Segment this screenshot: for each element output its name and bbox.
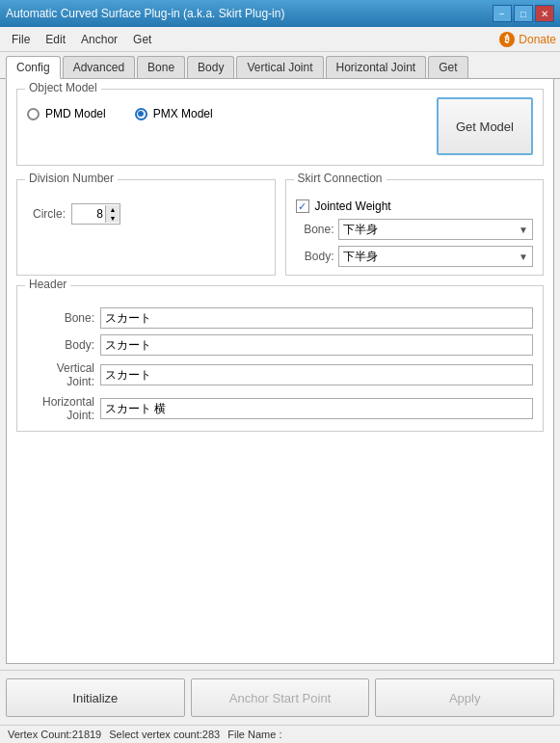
circle-spin-buttons: ▲ ▼ bbox=[105, 205, 120, 223]
tab-vertical-joint[interactable]: Vertical Joint bbox=[236, 56, 323, 78]
header-section-label: Header bbox=[25, 278, 70, 291]
circle-spin-down[interactable]: ▼ bbox=[106, 214, 120, 223]
skirt-connection-label: Skirt Connection bbox=[294, 172, 387, 185]
pmx-model-radio[interactable]: PMX Model bbox=[135, 107, 213, 120]
circle-input-wrapper[interactable]: ▲ ▼ bbox=[71, 203, 120, 225]
jointed-weight-label: Jointed Weight bbox=[315, 199, 391, 213]
header-section: Header Bone: Body: VerticalJoint: Horizo… bbox=[16, 285, 544, 432]
bone-label: Bone: bbox=[296, 223, 334, 236]
initialize-button[interactable]: Initialize bbox=[6, 678, 185, 717]
menu-edit[interactable]: Edit bbox=[38, 31, 73, 48]
donate-label: Donate bbox=[519, 33, 556, 46]
division-number-label: Division Number bbox=[25, 172, 118, 185]
tab-content-config: Object Model PMD Model PMX Model Get Mod… bbox=[6, 79, 554, 664]
body-dropdown-arrow: ▼ bbox=[519, 252, 528, 262]
circle-label: Circle: bbox=[27, 207, 66, 221]
menu-file[interactable]: File bbox=[4, 31, 38, 48]
header-body-input[interactable] bbox=[100, 334, 533, 356]
get-model-button[interactable]: Get Model bbox=[437, 97, 533, 155]
tab-get[interactable]: Get bbox=[428, 56, 467, 78]
content-area: Object Model PMD Model PMX Model Get Mod… bbox=[0, 79, 560, 670]
vertex-count: Vertex Count:21819 bbox=[8, 729, 101, 740]
division-number-section: Division Number Circle: ▲ ▼ bbox=[16, 179, 276, 276]
body-value: 下半身 bbox=[343, 249, 378, 265]
two-col-section: Division Number Circle: ▲ ▼ bbox=[16, 179, 544, 276]
app-window: Automatic Curved Surface Plug-in (a.k.a.… bbox=[0, 0, 560, 743]
bone-dropdown-row: Bone: 下半身 ▼ bbox=[296, 219, 534, 240]
skirt-connection-section: Skirt Connection Jointed Weight Bone: 下半… bbox=[285, 179, 545, 276]
title-bar-buttons: − □ ✕ bbox=[493, 5, 554, 22]
header-vertical-joint-input[interactable] bbox=[100, 364, 533, 385]
header-horizontal-joint-row: HorizontalJoint: bbox=[27, 395, 533, 423]
circle-input[interactable] bbox=[72, 207, 105, 221]
header-vertical-joint-label: VerticalJoint: bbox=[27, 361, 94, 389]
title-text: Automatic Curved Surface Plug-in (a.k.a.… bbox=[6, 7, 284, 20]
circle-spin-up[interactable]: ▲ bbox=[106, 205, 120, 214]
tab-config[interactable]: Config bbox=[6, 56, 61, 79]
apply-button[interactable]: Apply bbox=[375, 678, 554, 717]
tab-horizontal-joint[interactable]: Horizontal Joint bbox=[326, 56, 427, 78]
tab-bone[interactable]: Bone bbox=[137, 56, 185, 78]
bottom-buttons: Initialize Anchor Start Point Apply bbox=[0, 670, 560, 725]
maximize-button[interactable]: □ bbox=[514, 5, 533, 22]
donate-button[interactable]: ₿ Donate bbox=[499, 32, 556, 47]
donate-icon: ₿ bbox=[499, 32, 515, 47]
title-bar: Automatic Curved Surface Plug-in (a.k.a.… bbox=[0, 0, 560, 27]
tab-bar: Config Advanced Bone Body Vertical Joint… bbox=[0, 52, 560, 79]
body-label: Body: bbox=[296, 250, 334, 263]
body-dropdown-row: Body: 下半身 ▼ bbox=[296, 246, 534, 267]
bone-dropdown[interactable]: 下半身 ▼ bbox=[338, 219, 534, 240]
header-body-row: Body: bbox=[27, 334, 533, 356]
pmx-label: PMX Model bbox=[153, 107, 213, 120]
object-model-section: Object Model PMD Model PMX Model Get Mod… bbox=[16, 89, 544, 166]
header-body-label: Body: bbox=[27, 338, 94, 352]
status-bar: Vertex Count:21819 Select vertex count:2… bbox=[0, 725, 560, 743]
header-bone-row: Bone: bbox=[27, 307, 533, 329]
select-count: Select vertex count:283 bbox=[109, 729, 220, 740]
object-model-label: Object Model bbox=[25, 81, 101, 94]
header-bone-input[interactable] bbox=[100, 307, 533, 329]
tab-advanced[interactable]: Advanced bbox=[63, 56, 135, 78]
bone-value: 下半身 bbox=[343, 222, 378, 238]
jointed-weight-checkbox[interactable] bbox=[296, 199, 309, 213]
anchor-start-point-button[interactable]: Anchor Start Point bbox=[191, 678, 370, 717]
header-vertical-joint-row: VerticalJoint: bbox=[27, 361, 533, 389]
pmd-label: PMD Model bbox=[45, 107, 106, 120]
menu-anchor[interactable]: Anchor bbox=[73, 31, 125, 48]
body-dropdown[interactable]: 下半身 ▼ bbox=[338, 246, 534, 267]
tab-body[interactable]: Body bbox=[187, 56, 234, 78]
pmd-model-radio[interactable]: PMD Model bbox=[27, 107, 106, 120]
header-horizontal-joint-label: HorizontalJoint: bbox=[27, 395, 94, 423]
bone-dropdown-arrow: ▼ bbox=[519, 225, 528, 235]
pmx-radio-circle bbox=[135, 108, 147, 120]
menu-bar: File Edit Anchor Get ₿ Donate bbox=[0, 27, 560, 52]
file-name: File Name : bbox=[227, 729, 281, 740]
close-button[interactable]: ✕ bbox=[535, 5, 554, 22]
jointed-weight-row: Jointed Weight bbox=[296, 199, 534, 213]
circle-row: Circle: ▲ ▼ bbox=[27, 203, 265, 225]
pmd-radio-circle bbox=[27, 108, 40, 120]
menu-get[interactable]: Get bbox=[125, 31, 159, 48]
header-horizontal-joint-input[interactable] bbox=[100, 398, 533, 419]
minimize-button[interactable]: − bbox=[493, 5, 512, 22]
header-bone-label: Bone: bbox=[27, 311, 94, 325]
